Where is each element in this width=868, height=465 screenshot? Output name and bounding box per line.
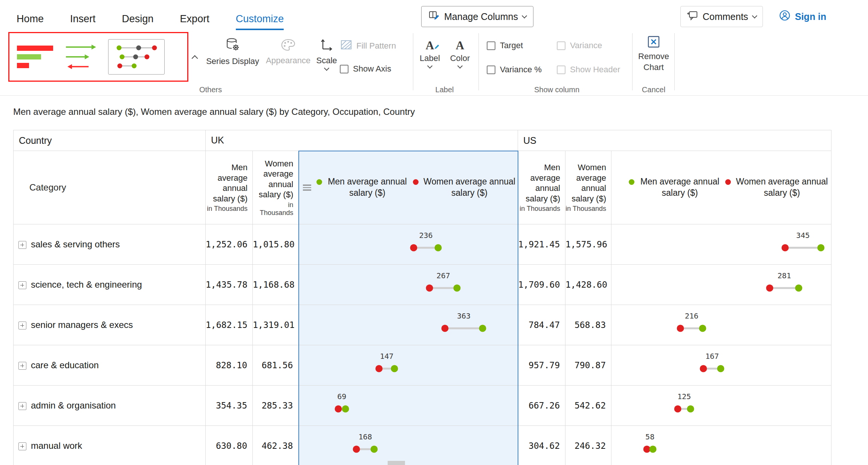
tab-export[interactable]: Export — [180, 13, 209, 30]
sign-in-button[interactable]: Sign in — [779, 8, 826, 25]
us-dotplot-cell[interactable]: 125 — [611, 386, 831, 426]
category-cell[interactable]: manual work — [14, 426, 206, 465]
series-display-button[interactable]: Series Display — [203, 37, 262, 66]
us-group-header[interactable]: US — [518, 130, 831, 151]
horizontal-scrollbar-thumb[interactable] — [388, 461, 405, 465]
category-cell[interactable]: senior managers & execs — [14, 305, 206, 345]
women-dot[interactable] — [376, 365, 383, 372]
variance-pct-checkbox[interactable] — [487, 66, 495, 74]
us-dotplot-cell[interactable]: 345 — [611, 224, 831, 265]
tab-design[interactable]: Design — [122, 13, 154, 30]
women-dot[interactable] — [766, 285, 773, 292]
men-dot[interactable] — [454, 285, 461, 292]
uk-group-header[interactable]: UK — [206, 130, 518, 151]
men-dot[interactable] — [717, 365, 724, 372]
comments-button[interactable]: Comments — [680, 6, 763, 27]
expand-icon[interactable] — [18, 322, 26, 329]
uk-women-column-header[interactable]: Women average annual salary ($) in Thous… — [253, 151, 299, 224]
us-dotplot-cell[interactable]: 58 — [611, 426, 831, 465]
expand-icon[interactable] — [18, 362, 26, 370]
us-women-value-cell[interactable]: 1,428.60 — [565, 265, 611, 305]
expand-icon[interactable] — [18, 402, 26, 410]
men-dot[interactable] — [817, 244, 824, 252]
uk-dotplot-cell[interactable]: 363 — [299, 305, 518, 345]
women-dot[interactable] — [426, 285, 433, 292]
us-men-value-cell[interactable]: 1,709.60 — [518, 265, 565, 305]
us-dotplot-cell[interactable]: 281 — [611, 265, 831, 305]
women-dot[interactable] — [700, 365, 707, 372]
style-arrows-thumbnail[interactable] — [64, 43, 98, 71]
style-dotplot-thumbnail[interactable] — [108, 39, 165, 75]
color-button[interactable]: A Color — [448, 36, 472, 68]
uk-women-value-cell[interactable]: 462.38 — [253, 426, 299, 465]
us-men-value-cell[interactable]: 784.47 — [518, 305, 565, 345]
uk-men-value-cell[interactable]: 630.80 — [206, 426, 253, 465]
manage-columns-button[interactable]: Manage Columns — [421, 6, 533, 27]
women-dot[interactable] — [410, 244, 417, 252]
uk-dotplot-cell[interactable]: 236 — [299, 224, 518, 265]
us-chart-column-header[interactable]: Men average annual salary ($) Women aver… — [611, 151, 831, 224]
expand-icon[interactable] — [18, 241, 26, 249]
men-dot[interactable] — [342, 406, 349, 413]
uk-chart-column-header[interactable]: Men average annual salary ($) Women aver… — [299, 151, 518, 224]
uk-women-value-cell[interactable]: 1,015.80 — [253, 224, 299, 265]
women-dot[interactable] — [353, 446, 360, 453]
us-dotplot-cell[interactable]: 167 — [611, 345, 831, 386]
tab-home[interactable]: Home — [17, 13, 44, 30]
men-dot[interactable] — [370, 446, 377, 453]
uk-men-column-header[interactable]: Men average annual salary ($) in Thousan… — [206, 151, 253, 224]
men-dot[interactable] — [649, 446, 657, 453]
gallery-collapse-button[interactable] — [188, 51, 201, 64]
category-cell[interactable]: sales & serving others — [14, 224, 206, 265]
uk-men-value-cell[interactable]: 1,435.78 — [206, 265, 253, 305]
remove-chart-button[interactable]: Remove Chart — [637, 35, 671, 72]
uk-men-value-cell[interactable]: 828.10 — [206, 345, 253, 386]
men-dot[interactable] — [479, 325, 486, 332]
uk-dotplot-cell[interactable]: 267 — [299, 265, 518, 305]
tab-customize[interactable]: Customize — [236, 13, 284, 30]
us-men-value-cell[interactable]: 304.62 — [518, 426, 565, 465]
uk-women-value-cell[interactable]: 681.56 — [253, 345, 299, 386]
uk-women-value-cell[interactable]: 285.33 — [253, 386, 299, 426]
uk-women-value-cell[interactable]: 1,168.68 — [253, 265, 299, 305]
scale-button[interactable]: Scale — [312, 37, 341, 70]
expand-icon[interactable] — [18, 442, 26, 450]
uk-dotplot-cell[interactable]: 147 — [299, 345, 518, 386]
women-dot[interactable] — [335, 406, 342, 413]
men-dot[interactable] — [699, 325, 706, 332]
men-dot[interactable] — [795, 285, 802, 292]
us-women-column-header[interactable]: Women average annual salary ($) in Thous… — [565, 151, 611, 224]
us-women-value-cell[interactable]: 568.83 — [565, 305, 611, 345]
uk-men-value-cell[interactable]: 354.35 — [206, 386, 253, 426]
men-dot[interactable] — [687, 406, 694, 413]
us-dotplot-cell[interactable]: 216 — [611, 305, 831, 345]
us-men-column-header[interactable]: Men average annual salary ($) in Thousan… — [518, 151, 565, 224]
uk-dotplot-cell[interactable]: 168 — [299, 426, 518, 465]
us-men-value-cell[interactable]: 1,921.45 — [518, 224, 565, 265]
uk-women-value-cell[interactable]: 1,319.01 — [253, 305, 299, 345]
women-dot[interactable] — [781, 244, 789, 252]
uk-men-value-cell[interactable]: 1,682.15 — [206, 305, 253, 345]
us-women-value-cell[interactable]: 1,575.96 — [565, 224, 611, 265]
us-women-value-cell[interactable]: 542.62 — [565, 386, 611, 426]
men-dot[interactable] — [391, 365, 398, 372]
men-dot[interactable] — [434, 244, 442, 252]
us-men-value-cell[interactable]: 957.79 — [518, 345, 565, 386]
tab-insert[interactable]: Insert — [70, 13, 96, 30]
us-men-value-cell[interactable]: 667.26 — [518, 386, 565, 426]
uk-dotplot-cell[interactable]: 69 — [299, 386, 518, 426]
expand-icon[interactable] — [18, 281, 26, 289]
women-dot[interactable] — [674, 406, 681, 413]
category-cell[interactable]: science, tech & engineering — [14, 265, 206, 305]
category-cell[interactable]: care & education — [14, 345, 206, 386]
us-women-value-cell[interactable]: 790.87 — [565, 345, 611, 386]
style-bars-thumbnail[interactable] — [17, 44, 56, 69]
column-drag-handle-icon[interactable] — [303, 185, 311, 191]
us-women-value-cell[interactable]: 246.32 — [565, 426, 611, 465]
uk-men-value-cell[interactable]: 1,252.06 — [206, 224, 253, 265]
target-checkbox[interactable] — [487, 41, 495, 50]
show-axis-checkbox[interactable] — [340, 65, 348, 73]
women-dot[interactable] — [442, 325, 449, 332]
category-cell[interactable]: admin & organisation — [14, 386, 206, 426]
label-button[interactable]: A Label — [417, 36, 442, 68]
